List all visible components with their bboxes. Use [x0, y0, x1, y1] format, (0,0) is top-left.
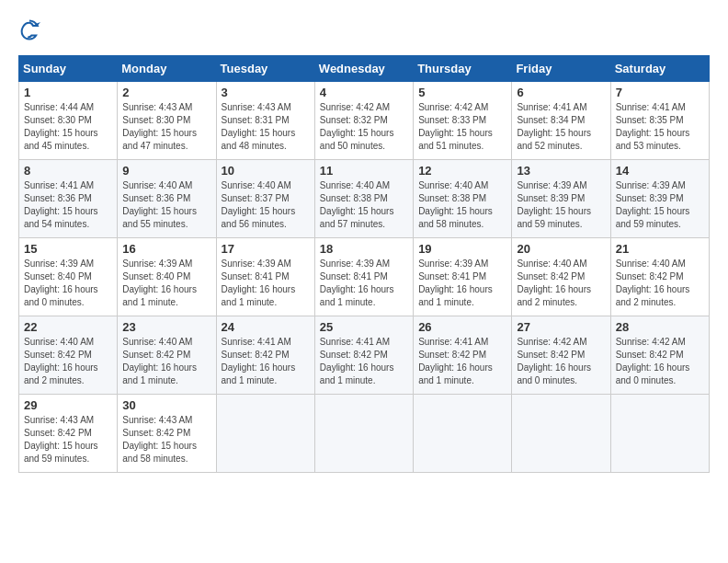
day-info: Sunrise: 4:42 AM Sunset: 8:33 PM Dayligh… — [418, 101, 506, 153]
day-info: Sunrise: 4:41 AM Sunset: 8:35 PM Dayligh… — [616, 101, 704, 153]
calendar-cell: 2Sunrise: 4:43 AM Sunset: 8:30 PM Daylig… — [118, 82, 216, 160]
day-number: 1 — [24, 86, 112, 99]
day-info: Sunrise: 4:42 AM Sunset: 8:42 PM Dayligh… — [517, 336, 605, 387]
calendar-cell: 4Sunrise: 4:42 AM Sunset: 8:32 PM Daylig… — [314, 82, 413, 160]
calendar-cell: 5Sunrise: 4:42 AM Sunset: 8:33 PM Daylig… — [414, 82, 512, 160]
day-info: Sunrise: 4:40 AM Sunset: 8:38 PM Dayligh… — [418, 179, 506, 231]
calendar-cell: 24Sunrise: 4:41 AM Sunset: 8:42 PM Dayli… — [216, 316, 314, 395]
day-info: Sunrise: 4:40 AM Sunset: 8:38 PM Dayligh… — [320, 179, 408, 231]
day-info: Sunrise: 4:44 AM Sunset: 8:30 PM Dayligh… — [24, 101, 112, 153]
day-info: Sunrise: 4:39 AM Sunset: 8:39 PM Dayligh… — [517, 179, 605, 231]
calendar-header-row: SundayMondayTuesdayWednesdayThursdayFrid… — [19, 56, 710, 82]
day-header-tuesday: Tuesday — [216, 56, 314, 82]
calendar-cell — [314, 395, 413, 473]
calendar-week-row: 15Sunrise: 4:39 AM Sunset: 8:40 PM Dayli… — [19, 238, 710, 316]
day-header-friday: Friday — [512, 56, 610, 82]
day-number: 30 — [122, 398, 210, 412]
day-info: Sunrise: 4:41 AM Sunset: 8:42 PM Dayligh… — [418, 336, 506, 387]
day-info: Sunrise: 4:43 AM Sunset: 8:42 PM Dayligh… — [122, 414, 210, 465]
calendar-cell: 10Sunrise: 4:40 AM Sunset: 8:37 PM Dayli… — [216, 160, 314, 238]
calendar-cell: 17Sunrise: 4:39 AM Sunset: 8:41 PM Dayli… — [216, 238, 314, 316]
day-info: Sunrise: 4:40 AM Sunset: 8:42 PM Dayligh… — [616, 258, 704, 309]
calendar-cell — [512, 395, 610, 473]
day-number: 26 — [418, 320, 506, 334]
day-info: Sunrise: 4:39 AM Sunset: 8:40 PM Dayligh… — [122, 258, 210, 309]
day-info: Sunrise: 4:42 AM Sunset: 8:42 PM Dayligh… — [616, 336, 704, 387]
day-header-monday: Monday — [118, 56, 216, 82]
day-info: Sunrise: 4:40 AM Sunset: 8:42 PM Dayligh… — [122, 336, 210, 387]
day-number: 25 — [320, 320, 408, 334]
day-number: 27 — [517, 320, 605, 334]
day-number: 23 — [122, 320, 210, 334]
day-info: Sunrise: 4:43 AM Sunset: 8:30 PM Dayligh… — [122, 101, 210, 153]
day-info: Sunrise: 4:41 AM Sunset: 8:42 PM Dayligh… — [320, 336, 408, 387]
calendar-cell: 12Sunrise: 4:40 AM Sunset: 8:38 PM Dayli… — [414, 160, 512, 238]
calendar-cell: 22Sunrise: 4:40 AM Sunset: 8:42 PM Dayli… — [19, 316, 118, 395]
day-number: 2 — [122, 86, 210, 99]
day-number: 29 — [24, 398, 112, 412]
day-info: Sunrise: 4:41 AM Sunset: 8:36 PM Dayligh… — [24, 179, 112, 231]
day-info: Sunrise: 4:40 AM Sunset: 8:42 PM Dayligh… — [24, 336, 112, 387]
calendar-cell: 18Sunrise: 4:39 AM Sunset: 8:41 PM Dayli… — [314, 238, 413, 316]
calendar-week-row: 22Sunrise: 4:40 AM Sunset: 8:42 PM Dayli… — [19, 316, 710, 395]
day-number: 14 — [616, 164, 704, 178]
day-number: 9 — [122, 164, 210, 178]
calendar-cell: 27Sunrise: 4:42 AM Sunset: 8:42 PM Dayli… — [512, 316, 610, 395]
day-number: 3 — [222, 86, 310, 99]
day-number: 13 — [517, 164, 605, 178]
calendar-week-row: 1Sunrise: 4:44 AM Sunset: 8:30 PM Daylig… — [19, 82, 710, 160]
day-number: 4 — [320, 86, 408, 99]
day-number: 28 — [616, 320, 704, 334]
calendar-table: SundayMondayTuesdayWednesdayThursdayFrid… — [18, 55, 710, 473]
calendar-cell: 29Sunrise: 4:43 AM Sunset: 8:42 PM Dayli… — [19, 395, 118, 473]
calendar-cell: 15Sunrise: 4:39 AM Sunset: 8:40 PM Dayli… — [19, 238, 118, 316]
day-info: Sunrise: 4:39 AM Sunset: 8:41 PM Dayligh… — [222, 258, 310, 309]
day-number: 11 — [320, 164, 408, 178]
day-info: Sunrise: 4:40 AM Sunset: 8:42 PM Dayligh… — [517, 258, 605, 309]
calendar-cell: 11Sunrise: 4:40 AM Sunset: 8:38 PM Dayli… — [314, 160, 413, 238]
calendar-cell: 21Sunrise: 4:40 AM Sunset: 8:42 PM Dayli… — [610, 238, 709, 316]
day-header-thursday: Thursday — [414, 56, 512, 82]
day-info: Sunrise: 4:39 AM Sunset: 8:40 PM Dayligh… — [24, 258, 112, 309]
day-info: Sunrise: 4:43 AM Sunset: 8:42 PM Dayligh… — [24, 414, 112, 465]
calendar-cell: 16Sunrise: 4:39 AM Sunset: 8:40 PM Dayli… — [118, 238, 216, 316]
day-number: 17 — [222, 242, 310, 256]
day-number: 19 — [418, 242, 506, 256]
calendar-cell: 30Sunrise: 4:43 AM Sunset: 8:42 PM Dayli… — [118, 395, 216, 473]
calendar-cell: 20Sunrise: 4:40 AM Sunset: 8:42 PM Dayli… — [512, 238, 610, 316]
day-info: Sunrise: 4:39 AM Sunset: 8:39 PM Dayligh… — [616, 179, 704, 231]
day-number: 6 — [517, 86, 605, 99]
day-number: 5 — [418, 86, 506, 99]
calendar-cell: 3Sunrise: 4:43 AM Sunset: 8:31 PM Daylig… — [216, 82, 314, 160]
day-number: 7 — [616, 86, 704, 99]
day-number: 12 — [418, 164, 506, 178]
calendar-cell: 7Sunrise: 4:41 AM Sunset: 8:35 PM Daylig… — [610, 82, 709, 160]
day-header-saturday: Saturday — [610, 56, 709, 82]
day-header-wednesday: Wednesday — [314, 56, 413, 82]
day-number: 24 — [222, 320, 310, 334]
day-number: 15 — [24, 242, 112, 256]
day-number: 18 — [320, 242, 408, 256]
calendar-cell: 13Sunrise: 4:39 AM Sunset: 8:39 PM Dayli… — [512, 160, 610, 238]
page-header — [18, 18, 710, 40]
day-info: Sunrise: 4:40 AM Sunset: 8:36 PM Dayligh… — [122, 179, 210, 231]
day-info: Sunrise: 4:42 AM Sunset: 8:32 PM Dayligh… — [320, 101, 408, 153]
calendar-week-row: 8Sunrise: 4:41 AM Sunset: 8:36 PM Daylig… — [19, 160, 710, 238]
logo-icon — [18, 18, 40, 40]
calendar-week-row: 29Sunrise: 4:43 AM Sunset: 8:42 PM Dayli… — [19, 395, 710, 473]
calendar-cell: 19Sunrise: 4:39 AM Sunset: 8:41 PM Dayli… — [414, 238, 512, 316]
logo — [18, 18, 44, 40]
calendar-cell: 6Sunrise: 4:41 AM Sunset: 8:34 PM Daylig… — [512, 82, 610, 160]
day-info: Sunrise: 4:41 AM Sunset: 8:34 PM Dayligh… — [517, 101, 605, 153]
day-header-sunday: Sunday — [19, 56, 118, 82]
day-info: Sunrise: 4:39 AM Sunset: 8:41 PM Dayligh… — [418, 258, 506, 309]
day-info: Sunrise: 4:39 AM Sunset: 8:41 PM Dayligh… — [320, 258, 408, 309]
day-number: 8 — [24, 164, 112, 178]
calendar-cell — [414, 395, 512, 473]
day-info: Sunrise: 4:41 AM Sunset: 8:42 PM Dayligh… — [222, 336, 310, 387]
calendar-cell — [610, 395, 709, 473]
day-number: 22 — [24, 320, 112, 334]
day-number: 16 — [122, 242, 210, 256]
calendar-cell: 23Sunrise: 4:40 AM Sunset: 8:42 PM Dayli… — [118, 316, 216, 395]
calendar-cell: 8Sunrise: 4:41 AM Sunset: 8:36 PM Daylig… — [19, 160, 118, 238]
